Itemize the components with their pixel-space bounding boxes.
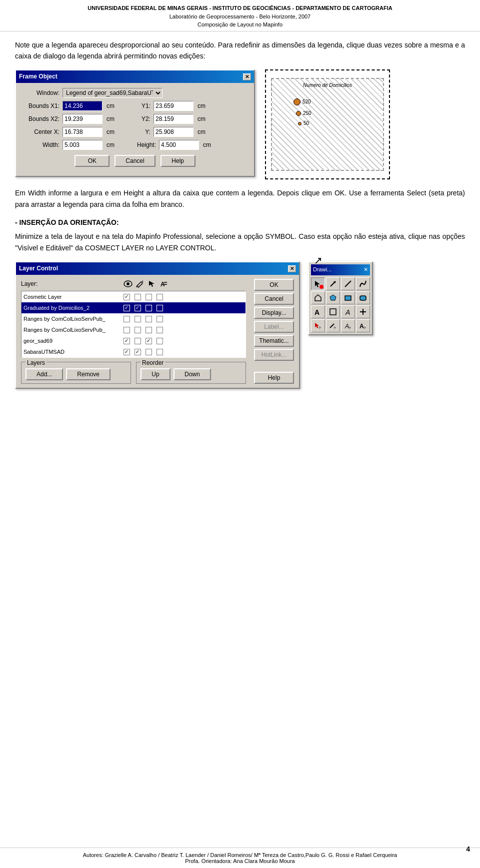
layer-edit-ranges2[interactable] [132,327,143,333]
layer-vis-geor[interactable] [121,338,132,344]
add-button[interactable]: Add... [26,368,63,380]
width-input[interactable] [62,140,102,150]
layer-edit-sabara[interactable] [132,349,143,355]
layer-sel-graduated[interactable] [143,305,154,311]
layer-close-button[interactable]: ✕ [288,265,296,272]
svg-text:A: A [345,308,350,316]
height-input[interactable] [159,140,199,150]
down-button[interactable]: Down [174,368,211,380]
svg-text:A: A [314,308,320,316]
help-button[interactable]: Help [160,155,196,167]
dialog-close-button[interactable]: ✕ [243,73,251,80]
page-number: 4 [466,845,470,853]
layer-area: Layer Control ✕ Layer: [15,261,465,389]
layer-label-geor[interactable] [154,338,165,344]
layer-row-ranges1[interactable]: Ranges by ComColLixoServPub_ [22,313,246,324]
diagonal-arrow-button[interactable] [326,277,340,290]
line-tool-button[interactable] [341,277,355,290]
reorder-group-label: Reorder [140,358,165,368]
layer-label-ranges1[interactable] [154,316,165,322]
up-button[interactable]: Up [140,368,170,380]
layer-sel-sabara[interactable] [143,349,154,355]
layer-sel-cosmetic[interactable] [143,294,154,300]
ok-button[interactable]: OK [74,155,110,167]
house-shape-button[interactable] [311,291,325,304]
layer-vis-ranges2[interactable] [121,327,132,333]
y2-unit: cm [198,114,206,124]
bounds-x2-input[interactable] [62,114,102,124]
layer-vis-ranges1[interactable] [121,316,132,322]
y-center-label: Y: [136,127,150,137]
layer-edit-geor[interactable] [132,338,143,344]
bounds-x1-input[interactable] [62,101,102,111]
layer-edit-cosmetic[interactable] [132,294,143,300]
layer-icons: A [122,279,170,289]
layer-row-ranges2[interactable]: Ranges by ComColLixoServPub_ [22,324,246,335]
layer-name-cosmetic: Cosmetic Layer [24,293,121,302]
rectangle-button[interactable] [341,291,355,304]
layer-help-button[interactable]: Help [254,372,294,384]
svg-line-7 [345,281,351,287]
layer-row-cosmetic[interactable]: Cosmetic Layer [22,291,246,302]
remove-button[interactable]: Remove [66,368,110,380]
layer-ok-button[interactable]: OK [254,279,294,291]
bold-q-button[interactable]: A ? [356,319,370,332]
layer-edit-ranges1[interactable] [132,316,143,322]
svg-text:?: ? [348,326,351,330]
layer-label-button[interactable]: Label... [254,321,294,333]
footer-line1: Autores: Grazielle A. Carvalho / Beatriz… [10,852,470,858]
italic-q-button[interactable]: A ? [341,319,355,332]
layer-label-graduated[interactable] [154,305,165,311]
header-line1: UNIVERSIDADE FEDERAL DE MINAS GERAIS - I… [10,4,470,12]
text-tool-button[interactable]: A [311,305,325,318]
curve-tool-button[interactable] [356,277,370,290]
footer-line2: Profa. Orientadora: Ana Clara Mourão Mou… [10,858,470,864]
layer-display-button[interactable]: Display... [254,307,294,319]
draw-toolbar-container: ↗ Drawi... ✕ [308,261,373,335]
layer-row-sabara[interactable]: SabaraUTMSAD [22,346,246,357]
width-row: Width: cm Height: cm [22,140,248,150]
layer-row-geor[interactable]: geor_sad69 [22,335,246,346]
layer-label-sabara[interactable] [154,349,165,355]
dialog-area: Frame Object ✕ Window: Legend of geor_sa… [15,69,465,179]
frame-tool-button[interactable] [326,305,340,318]
page-header: UNIVERSIDADE FEDERAL DE MINAS GERAIS - I… [0,0,480,31]
layer-vis-cosmetic[interactable] [121,294,132,300]
layer-label-ranges2[interactable] [154,327,165,333]
y-center-input[interactable] [154,127,194,137]
layer-hotlink-button[interactable]: HotLink... [254,349,294,361]
y1-input[interactable] [154,101,194,111]
layer-row-graduated[interactable]: Graduated by Domicilios_2 [22,302,246,313]
layer-cancel-button[interactable]: Cancel [254,293,294,305]
y2-input[interactable] [154,114,194,124]
svg-point-1 [126,282,130,285]
bounds-x2-row: Bounds X2: cm Y2: cm [22,114,248,124]
rounded-rect-button[interactable] [356,291,370,304]
layer-sel-ranges1[interactable] [143,316,154,322]
line-q-button[interactable]: ? [326,319,340,332]
layer-label-cosmetic[interactable] [154,294,165,300]
draw-toolbar-grid: A A [311,277,370,332]
center-x-input[interactable] [62,127,102,137]
window-select[interactable]: Legend of geor_sad69,SabaraUTMSAD Map:2 [62,88,162,98]
layer-name-ranges1: Ranges by ComColLixoServPub_ [24,315,121,324]
draw-toolbar-close[interactable]: ✕ [364,265,368,274]
layer-vis-sabara[interactable] [121,349,132,355]
cancel-button[interactable]: Cancel [114,155,155,167]
cursor-q1-button[interactable]: ? [311,319,325,332]
layer-sel-geor[interactable] [143,338,154,344]
layer-sel-ranges2[interactable] [143,327,154,333]
paragraph-1: Note que a legenda apareceu desproporcio… [15,39,465,62]
center-x-label: Center X: [22,127,60,137]
layer-thematic-button[interactable]: Thematic... [254,335,294,347]
layer-edit-graduated[interactable] [132,305,143,311]
layer-list: Cosmetic Layer Graduated by Domicilios_2 [21,291,246,358]
plus-tool-button[interactable] [356,305,370,318]
dialog-buttons: OK Cancel Help [22,155,248,171]
y-center-unit: cm [198,127,206,137]
pentagon-button[interactable] [326,291,340,304]
layer-vis-graduated[interactable] [121,305,132,311]
select-tool-button[interactable] [311,277,325,290]
page-footer: Autores: Grazielle A. Carvalho / Beatriz… [0,848,480,868]
italic-text-button[interactable]: A [341,305,355,318]
